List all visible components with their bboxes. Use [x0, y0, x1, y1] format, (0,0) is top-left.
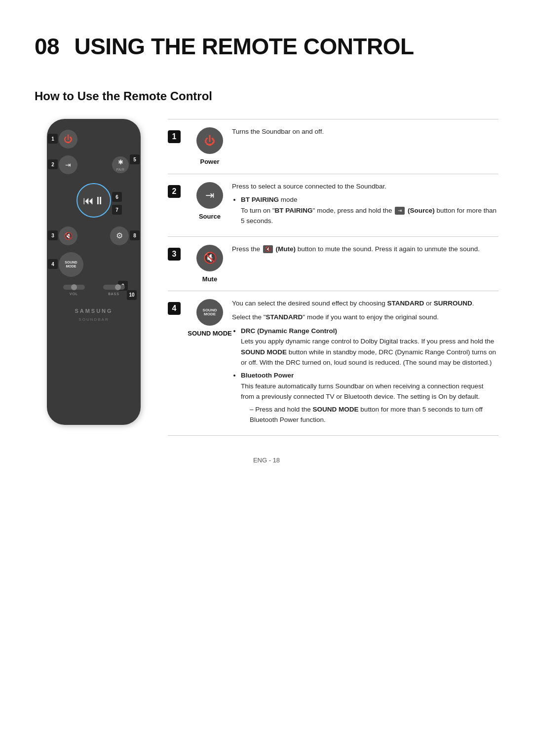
bass-slider-track[interactable]	[103, 285, 125, 290]
sm-desc-2: Select the "STANDARD" mode if you want t…	[232, 312, 498, 323]
col-desc-power: Turns the Soundbar on and off.	[232, 126, 498, 140]
col-desc-sound-mode: You can select the desired sound effect …	[232, 298, 498, 428]
row-num-sound-mode: 4	[168, 298, 188, 315]
table-row-sound-mode: 4 SOUND MODE SOUND MODE You can select t…	[168, 291, 498, 436]
sound-mode-label-1: SOUND	[65, 261, 77, 265]
chapter-number: 08	[35, 34, 59, 59]
sm-bold-inline: SOUND MODE	[241, 348, 287, 356]
sm-standard-bold: STANDARD	[387, 300, 424, 307]
col-icon-power: ⏻ Power	[188, 126, 232, 167]
sm-bullet-list: DRC (Dynamic Range Control) Lets you app…	[232, 326, 498, 425]
content-area: 1 ⏻ 2 ⇥ 5 ✱ PAIR	[35, 119, 498, 436]
col-icon-source: ⇥ Source	[188, 181, 232, 222]
bt-pairing-bold-2: BT PAIRING	[275, 207, 313, 214]
sm-bullet-bt-power: Bluetooth Power This feature automatical…	[241, 370, 498, 425]
settings-button[interactable]: ⚙	[110, 227, 129, 245]
source-icon-label: Source	[199, 212, 221, 222]
remote-sliders: 9 VOL BASS 10	[55, 285, 133, 297]
bluetooth-button[interactable]: ✱ PAIR	[112, 156, 129, 173]
remote-row-mute-settings: 3 🔇 8 ⚙	[55, 227, 133, 245]
source-inline-icon: ⇥	[395, 207, 405, 215]
mute-bold: (Mute)	[276, 245, 296, 253]
source-desc-main: Press to select a source connected to th…	[232, 181, 498, 192]
col-icon-sound-mode: SOUND MODE SOUND MODE	[188, 298, 232, 339]
bass-slider-label: BASS	[108, 292, 119, 297]
power-desc-text: Turns the Soundbar on and off.	[232, 126, 498, 137]
sound-mode-icon-circle: SOUND MODE	[196, 299, 223, 326]
source-bullet-list: BT PAIRING mode To turn on "BT PAIRING" …	[232, 194, 498, 227]
sm-surround-bold: SURROUND	[434, 300, 472, 307]
sm-sub-list: Press and hold the SOUND MODE button for…	[241, 404, 498, 425]
title-text: USING THE REMOTE CONTROL	[74, 34, 414, 59]
power-icon-label: Power	[200, 157, 219, 167]
power-icon-circle: ⏻	[196, 127, 223, 154]
col-icon-mute: 🔇 Mute	[188, 244, 232, 284]
col-desc-source: Press to select a source connected to th…	[232, 181, 498, 229]
sm-sub-item: Press and hold the SOUND MODE button for…	[250, 404, 498, 425]
vol-slider-track[interactable]	[63, 285, 85, 290]
callout-5: 5	[130, 154, 140, 164]
page-title: 08 USING THE REMOTE CONTROL	[35, 30, 498, 64]
callout-6: 6	[112, 192, 122, 202]
table-row-power: 1 ⏻ Power Turns the Soundbar on and off.	[168, 119, 498, 174]
soundbar-label: SOUNDBAR	[78, 317, 109, 323]
bt-power-bold: Bluetooth Power	[241, 372, 294, 379]
sm-standard-bold-2: STANDARD	[266, 313, 303, 321]
row-num-source: 2	[168, 181, 188, 198]
mute-inline-icon: 🔇	[263, 245, 273, 253]
mute-button[interactable]: 🔇	[59, 227, 77, 245]
bass-slider-thumb	[115, 284, 121, 290]
remote-illustration: 1 ⏻ 2 ⇥ 5 ✱ PAIR	[35, 119, 153, 425]
callout-2: 2	[48, 159, 58, 169]
bt-pairing-bold: BT PAIRING	[241, 196, 279, 203]
sm-icon-line2: MODE	[204, 312, 216, 317]
remote-body: 1 ⏻ 2 ⇥ 5 ✱ PAIR	[47, 119, 141, 425]
remote-row-power: 1 ⏻	[55, 130, 133, 149]
table-row-source: 2 ⇥ Source Press to select a source conn…	[168, 174, 498, 236]
vol-slider-group: VOL	[57, 285, 91, 297]
remote-row-play: 6 7 ⏮⏸	[55, 181, 133, 220]
vol-slider-label: VOL	[70, 292, 78, 297]
samsung-label: SAMSUNG	[75, 307, 113, 315]
power-button[interactable]: ⏻	[59, 130, 77, 149]
play-pause-button[interactable]: ⏮⏸	[76, 183, 111, 218]
callout-10: 10	[127, 290, 137, 300]
remote-row-sound-mode: 4 SOUND MODE	[55, 252, 133, 277]
remote-row-source-bt: 2 ⇥ 5 ✱ PAIR	[55, 155, 133, 174]
mute-icon-circle: 🔇	[196, 245, 223, 271]
mute-icon-label: Mute	[202, 274, 217, 284]
source-bullet-bt: BT PAIRING mode To turn on "BT PAIRING" …	[241, 194, 498, 227]
description-table: 1 ⏻ Power Turns the Soundbar on and off.…	[168, 119, 498, 436]
sound-mode-icon-label: SOUND MODE	[188, 329, 232, 339]
page-footer: ENG - 18	[35, 455, 498, 465]
sm-bullet-drc: DRC (Dynamic Range Control) Lets you app…	[241, 326, 498, 368]
bluetooth-icon: ✱	[118, 157, 123, 167]
callout-1: 1	[48, 134, 58, 144]
sound-mode-button[interactable]: SOUND MODE	[59, 252, 83, 277]
sound-mode-label-2: MODE	[66, 265, 76, 268]
source-icon-circle: ⇥	[196, 182, 223, 209]
source-bold: (Source)	[408, 207, 435, 214]
section-title: How to Use the Remote Control	[35, 87, 498, 105]
num-square-3: 3	[168, 248, 181, 261]
callout-8: 8	[130, 230, 140, 240]
sm-desc-1: You can select the desired sound effect …	[232, 298, 498, 309]
col-desc-mute: Press the 🔇 (Mute) button to mute the so…	[232, 244, 498, 258]
bt-pair-label: PAIR	[116, 167, 125, 172]
num-square-1: 1	[168, 130, 181, 143]
sm-bold-sub: SOUND MODE	[313, 406, 359, 413]
footer-text: ENG - 18	[253, 456, 280, 464]
mute-desc-text: Press the 🔇 (Mute) button to mute the so…	[232, 244, 498, 255]
table-row-mute: 3 🔇 Mute Press the 🔇 (Mute) button to mu…	[168, 236, 498, 291]
callout-4: 4	[48, 259, 58, 269]
row-num-mute: 3	[168, 244, 188, 261]
vol-slider-thumb	[71, 284, 77, 290]
num-square-2: 2	[168, 185, 181, 198]
callout-3: 3	[48, 230, 58, 240]
source-button[interactable]: ⇥	[59, 155, 77, 174]
num-square-4: 4	[168, 302, 181, 315]
row-num-power: 1	[168, 126, 188, 144]
callout-7: 7	[112, 205, 122, 215]
drc-bold: DRC (Dynamic Range Control)	[241, 327, 337, 335]
